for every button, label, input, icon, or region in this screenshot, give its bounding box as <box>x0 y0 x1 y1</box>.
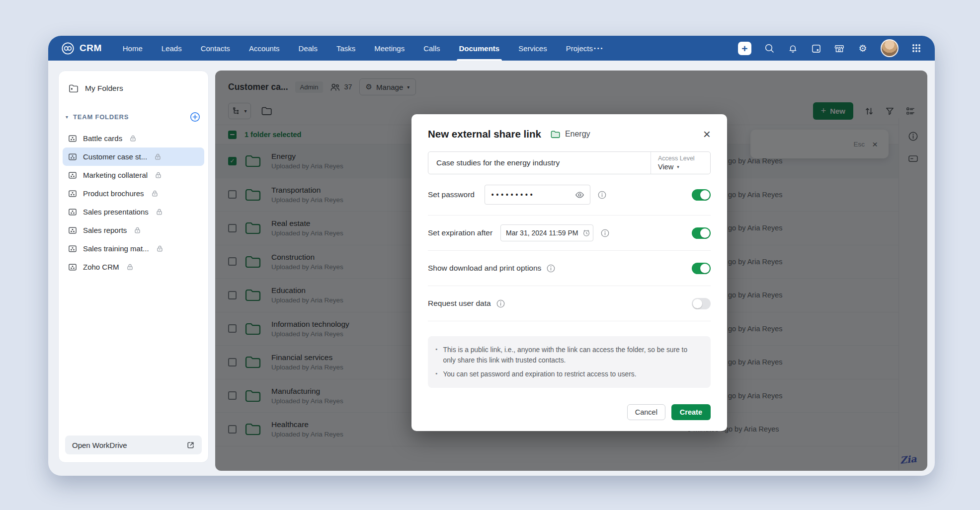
marketplace-icon[interactable] <box>834 43 845 54</box>
download-info-icon[interactable] <box>547 264 555 273</box>
expiration-toggle[interactable] <box>692 227 711 239</box>
lock-icon <box>156 245 163 252</box>
request-user-data-label: Request user data <box>428 299 491 308</box>
team-folders-header: ▾ TEAM FOLDERS <box>59 112 208 122</box>
password-info-icon[interactable] <box>598 191 606 199</box>
nav-more-button[interactable]: ••• <box>594 45 604 51</box>
set-expiration-label: Set expiration after <box>428 228 492 237</box>
lock-icon <box>155 171 162 179</box>
expiration-date-field[interactable]: Mar 31, 2024 11:59 PM <box>500 224 593 241</box>
modal-folder-chip: Energy <box>550 130 590 139</box>
sidebar-item[interactable]: Sales reports <box>63 221 204 239</box>
lock-icon <box>156 208 163 216</box>
top-navbar: CRM HomeLeadsContactsAccountsDealsTasksM… <box>48 36 935 61</box>
add-team-folder-icon[interactable] <box>190 112 200 122</box>
quick-create-button[interactable]: + <box>738 42 751 55</box>
nav-item-deals[interactable]: Deals <box>299 36 318 61</box>
nav-item-calls[interactable]: Calls <box>423 36 440 61</box>
team-folder-icon <box>68 263 77 271</box>
modal-title: New external share link <box>428 128 541 140</box>
lock-icon <box>151 190 159 197</box>
download-options-toggle[interactable] <box>692 263 711 274</box>
create-button[interactable]: Create <box>671 404 711 420</box>
team-folder-icon <box>68 226 77 234</box>
zoho-logo-icon <box>61 42 75 55</box>
nav-item-tasks[interactable]: Tasks <box>336 36 355 61</box>
team-folder-icon <box>68 190 77 198</box>
sidebar-item[interactable]: Marketing collateral <box>63 166 204 184</box>
settings-gear-icon[interactable]: ⚙ <box>857 43 868 54</box>
sidebar-item-label: Customer case st... <box>83 152 147 161</box>
app-title: CRM <box>80 43 102 54</box>
nav-item-meetings[interactable]: Meetings <box>374 36 405 61</box>
sidebar-item-label: Sales presentations <box>83 208 149 216</box>
nav-item-home[interactable]: Home <box>123 36 143 61</box>
nav-item-accounts[interactable]: Accounts <box>249 36 280 61</box>
alarm-clock-icon <box>582 229 590 237</box>
access-level-dropdown[interactable]: Access Level View ▾ <box>651 152 710 174</box>
sidebar-item[interactable]: Sales presentations <box>63 203 204 221</box>
show-password-eye-icon[interactable] <box>575 191 584 199</box>
external-link-icon <box>186 441 195 449</box>
note-text: This is a public link, i.e., anyone with… <box>443 345 699 366</box>
folders-sidebar: My Folders ▾ TEAM FOLDERS Battle cardsCu… <box>58 71 209 463</box>
nav-item-documents[interactable]: Documents <box>459 36 500 61</box>
bullet-icon: • <box>435 369 438 379</box>
nav-item-services[interactable]: Services <box>518 36 547 61</box>
team-folder-icon <box>68 171 77 179</box>
password-toggle[interactable] <box>692 189 711 201</box>
team-folders-list: Battle cardsCustomer case st...Marketing… <box>59 129 208 276</box>
nav-item-contacts[interactable]: Contacts <box>201 36 230 61</box>
password-field[interactable]: ••••••••• <box>485 185 590 205</box>
sidebar-item-label: Zoho CRM <box>83 263 119 271</box>
folder-icon <box>550 130 561 139</box>
sidebar-item[interactable]: Zoho CRM <box>63 258 204 276</box>
sidebar-item[interactable]: Customer case st... <box>63 147 204 166</box>
modal-folder-name: Energy <box>565 130 590 139</box>
expiration-info-icon[interactable] <box>601 229 609 237</box>
sidebar-item-my-folders[interactable]: My Folders <box>59 77 208 100</box>
expiration-date-value: Mar 31, 2024 11:59 PM <box>506 229 578 237</box>
sidebar-item-label: Product brochures <box>83 189 144 198</box>
user-avatar[interactable] <box>881 39 898 57</box>
lock-icon <box>154 153 162 160</box>
team-folder-icon <box>68 245 77 253</box>
nav-menu: HomeLeadsContactsAccountsDealsTasksMeeti… <box>123 36 593 61</box>
request-user-data-toggle[interactable] <box>692 298 711 309</box>
search-icon[interactable] <box>764 43 775 54</box>
request-user-data-info-icon[interactable] <box>496 299 505 308</box>
sidebar-item[interactable]: Battle cards <box>63 129 204 147</box>
download-options-label: Show download and print options <box>428 264 541 273</box>
modal-footer: Cancel Create <box>428 404 711 420</box>
cancel-button[interactable]: Cancel <box>627 404 665 420</box>
download-options-row: Show download and print options <box>428 251 711 286</box>
zoho-crm-logo: CRM <box>61 42 102 55</box>
note-item: • This is a public link, i.e., anyone wi… <box>435 345 699 366</box>
sidebar-item-label: Sales reports <box>83 226 127 234</box>
team-folders-label: TEAM FOLDERS <box>73 113 129 121</box>
notifications-bell-icon[interactable] <box>787 43 798 54</box>
close-icon[interactable]: × <box>703 129 711 140</box>
access-level-label: Access Level <box>658 155 710 162</box>
set-expiration-row: Set expiration after Mar 31, 2024 11:59 … <box>428 216 711 251</box>
open-workdrive-button[interactable]: Open WorkDrive <box>65 436 202 454</box>
modal-header: New external share link Energy × <box>428 128 711 140</box>
my-folders-label: My Folders <box>85 84 123 93</box>
screen: CRM HomeLeadsContactsAccountsDealsTasksM… <box>0 0 980 510</box>
password-value: ••••••••• <box>490 191 575 199</box>
sidebar-item[interactable]: Sales training mat... <box>63 239 204 258</box>
nav-item-leads[interactable]: Leads <box>162 36 182 61</box>
collapse-caret-icon[interactable]: ▾ <box>66 114 68 120</box>
access-caret-icon: ▾ <box>677 164 679 169</box>
calendar-icon[interactable] <box>811 43 821 54</box>
link-name-box: Access Level View ▾ <box>428 151 711 174</box>
new-external-share-link-modal: New external share link Energy × Access … <box>411 114 727 431</box>
nav-item-projects[interactable]: Projects <box>566 36 593 61</box>
bullet-icon: • <box>435 345 438 366</box>
open-workdrive-label: Open WorkDrive <box>72 441 127 449</box>
link-name-input[interactable] <box>428 152 651 174</box>
note-text: You can set password and expiration to r… <box>443 369 637 379</box>
set-password-row: Set password ••••••••• <box>428 174 711 216</box>
app-grid-icon[interactable] <box>911 43 922 54</box>
sidebar-item[interactable]: Product brochures <box>63 184 204 203</box>
